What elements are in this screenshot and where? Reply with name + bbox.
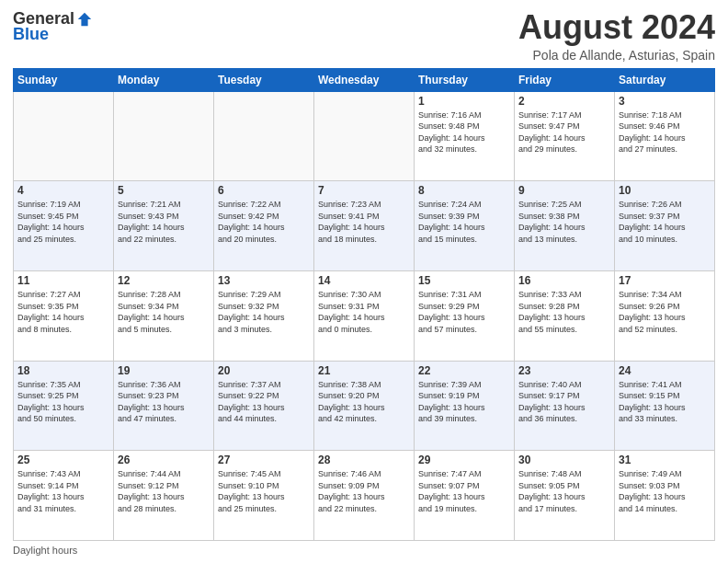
calendar-day-cell: 26Sunrise: 7:44 AM Sunset: 9:12 PM Dayli… xyxy=(114,451,214,541)
day-number: 28 xyxy=(318,454,410,466)
day-info: Sunrise: 7:29 AM Sunset: 9:32 PM Dayligh… xyxy=(218,289,310,335)
day-number: 3 xyxy=(619,95,711,108)
day-of-week-header: Wednesday xyxy=(314,68,415,91)
day-number: 31 xyxy=(619,454,711,466)
day-info: Sunrise: 7:25 AM Sunset: 9:38 PM Dayligh… xyxy=(518,199,610,245)
calendar-day-cell: 11Sunrise: 7:27 AM Sunset: 9:35 PM Dayli… xyxy=(14,270,114,361)
day-of-week-header: Thursday xyxy=(415,68,515,91)
calendar-day-cell: 31Sunrise: 7:49 AM Sunset: 9:03 PM Dayli… xyxy=(615,451,715,541)
calendar-day-cell: 3Sunrise: 7:18 AM Sunset: 9:46 PM Daylig… xyxy=(615,91,715,181)
day-info: Sunrise: 7:31 AM Sunset: 9:29 PM Dayligh… xyxy=(418,289,510,335)
day-info: Sunrise: 7:40 AM Sunset: 9:17 PM Dayligh… xyxy=(518,379,610,425)
calendar-day-cell: 25Sunrise: 7:43 AM Sunset: 9:14 PM Dayli… xyxy=(14,451,114,541)
day-info: Sunrise: 7:45 AM Sunset: 9:10 PM Dayligh… xyxy=(218,468,310,514)
day-info: Sunrise: 7:24 AM Sunset: 9:39 PM Dayligh… xyxy=(418,199,510,245)
calendar-day-cell: 24Sunrise: 7:41 AM Sunset: 9:15 PM Dayli… xyxy=(615,361,715,451)
calendar-day-cell: 2Sunrise: 7:17 AM Sunset: 9:47 PM Daylig… xyxy=(515,91,615,181)
day-info: Sunrise: 7:49 AM Sunset: 9:03 PM Dayligh… xyxy=(619,468,711,514)
logo-blue: Blue xyxy=(13,25,49,44)
day-info: Sunrise: 7:43 AM Sunset: 9:14 PM Dayligh… xyxy=(17,468,109,514)
day-number: 16 xyxy=(518,274,610,287)
header: General Blue August 2024 Pola de Allande… xyxy=(13,9,715,63)
calendar: SundayMondayTuesdayWednesdayThursdayFrid… xyxy=(13,68,715,541)
day-number: 8 xyxy=(418,184,510,197)
calendar-day-cell: 12Sunrise: 7:28 AM Sunset: 9:34 PM Dayli… xyxy=(114,270,214,361)
day-number: 4 xyxy=(17,184,109,197)
page: General Blue August 2024 Pola de Allande… xyxy=(0,0,728,563)
day-number: 12 xyxy=(118,274,210,287)
calendar-day-cell xyxy=(314,91,415,181)
day-number: 6 xyxy=(218,184,310,197)
calendar-day-cell: 28Sunrise: 7:46 AM Sunset: 9:09 PM Dayli… xyxy=(314,451,415,541)
day-number: 18 xyxy=(17,364,109,377)
calendar-day-cell: 4Sunrise: 7:19 AM Sunset: 9:45 PM Daylig… xyxy=(14,181,114,271)
footer: Daylight hours xyxy=(13,541,715,556)
day-info: Sunrise: 7:38 AM Sunset: 9:20 PM Dayligh… xyxy=(318,379,410,425)
calendar-day-cell: 13Sunrise: 7:29 AM Sunset: 9:32 PM Dayli… xyxy=(214,270,314,361)
day-number: 21 xyxy=(318,364,410,377)
day-info: Sunrise: 7:23 AM Sunset: 9:41 PM Dayligh… xyxy=(318,199,410,245)
calendar-day-cell: 21Sunrise: 7:38 AM Sunset: 9:20 PM Dayli… xyxy=(314,361,415,451)
calendar-header-row: SundayMondayTuesdayWednesdayThursdayFrid… xyxy=(14,68,715,91)
calendar-day-cell: 5Sunrise: 7:21 AM Sunset: 9:43 PM Daylig… xyxy=(114,181,214,271)
day-number: 9 xyxy=(518,184,610,197)
day-info: Sunrise: 7:19 AM Sunset: 9:45 PM Dayligh… xyxy=(17,199,109,245)
calendar-day-cell xyxy=(214,91,314,181)
day-info: Sunrise: 7:21 AM Sunset: 9:43 PM Dayligh… xyxy=(118,199,210,245)
day-number: 30 xyxy=(518,454,610,466)
day-of-week-header: Tuesday xyxy=(214,68,314,91)
svg-marker-0 xyxy=(78,12,91,25)
day-of-week-header: Friday xyxy=(515,68,615,91)
day-info: Sunrise: 7:16 AM Sunset: 9:48 PM Dayligh… xyxy=(418,109,510,155)
calendar-day-cell: 7Sunrise: 7:23 AM Sunset: 9:41 PM Daylig… xyxy=(314,181,415,271)
month-year-title: August 2024 xyxy=(518,9,715,46)
day-info: Sunrise: 7:41 AM Sunset: 9:15 PM Dayligh… xyxy=(619,379,711,425)
day-info: Sunrise: 7:47 AM Sunset: 9:07 PM Dayligh… xyxy=(418,468,510,514)
logo: General Blue xyxy=(13,9,93,44)
daylight-label: Daylight hours xyxy=(13,545,77,556)
calendar-day-cell: 17Sunrise: 7:34 AM Sunset: 9:26 PM Dayli… xyxy=(615,270,715,361)
calendar-day-cell: 19Sunrise: 7:36 AM Sunset: 9:23 PM Dayli… xyxy=(114,361,214,451)
calendar-day-cell: 22Sunrise: 7:39 AM Sunset: 9:19 PM Dayli… xyxy=(415,361,515,451)
calendar-day-cell: 18Sunrise: 7:35 AM Sunset: 9:25 PM Dayli… xyxy=(14,361,114,451)
day-number: 14 xyxy=(318,274,410,287)
calendar-day-cell: 10Sunrise: 7:26 AM Sunset: 9:37 PM Dayli… xyxy=(615,181,715,271)
calendar-week-row: 11Sunrise: 7:27 AM Sunset: 9:35 PM Dayli… xyxy=(14,270,715,361)
calendar-day-cell: 15Sunrise: 7:31 AM Sunset: 9:29 PM Dayli… xyxy=(415,270,515,361)
day-info: Sunrise: 7:18 AM Sunset: 9:46 PM Dayligh… xyxy=(619,109,711,155)
day-info: Sunrise: 7:34 AM Sunset: 9:26 PM Dayligh… xyxy=(619,289,711,335)
logo-icon xyxy=(76,11,93,28)
calendar-day-cell: 9Sunrise: 7:25 AM Sunset: 9:38 PM Daylig… xyxy=(515,181,615,271)
day-of-week-header: Monday xyxy=(114,68,214,91)
title-section: August 2024 Pola de Allande, Asturias, S… xyxy=(518,9,715,63)
calendar-day-cell: 20Sunrise: 7:37 AM Sunset: 9:22 PM Dayli… xyxy=(214,361,314,451)
day-number: 29 xyxy=(418,454,510,466)
day-number: 5 xyxy=(118,184,210,197)
location-subtitle: Pola de Allande, Asturias, Spain xyxy=(518,48,715,63)
day-number: 27 xyxy=(218,454,310,466)
day-info: Sunrise: 7:48 AM Sunset: 9:05 PM Dayligh… xyxy=(518,468,610,514)
calendar-day-cell: 14Sunrise: 7:30 AM Sunset: 9:31 PM Dayli… xyxy=(314,270,415,361)
day-info: Sunrise: 7:22 AM Sunset: 9:42 PM Dayligh… xyxy=(218,199,310,245)
day-info: Sunrise: 7:30 AM Sunset: 9:31 PM Dayligh… xyxy=(318,289,410,335)
day-info: Sunrise: 7:44 AM Sunset: 9:12 PM Dayligh… xyxy=(118,468,210,514)
calendar-day-cell: 16Sunrise: 7:33 AM Sunset: 9:28 PM Dayli… xyxy=(515,270,615,361)
day-info: Sunrise: 7:36 AM Sunset: 9:23 PM Dayligh… xyxy=(118,379,210,425)
day-number: 13 xyxy=(218,274,310,287)
day-number: 23 xyxy=(518,364,610,377)
day-number: 24 xyxy=(619,364,711,377)
day-number: 7 xyxy=(318,184,410,197)
day-number: 15 xyxy=(418,274,510,287)
calendar-week-row: 18Sunrise: 7:35 AM Sunset: 9:25 PM Dayli… xyxy=(14,361,715,451)
day-number: 17 xyxy=(619,274,711,287)
calendar-day-cell: 27Sunrise: 7:45 AM Sunset: 9:10 PM Dayli… xyxy=(214,451,314,541)
day-info: Sunrise: 7:17 AM Sunset: 9:47 PM Dayligh… xyxy=(518,109,610,155)
calendar-day-cell: 1Sunrise: 7:16 AM Sunset: 9:48 PM Daylig… xyxy=(415,91,515,181)
day-info: Sunrise: 7:46 AM Sunset: 9:09 PM Dayligh… xyxy=(318,468,410,514)
calendar-week-row: 1Sunrise: 7:16 AM Sunset: 9:48 PM Daylig… xyxy=(14,91,715,181)
calendar-day-cell: 30Sunrise: 7:48 AM Sunset: 9:05 PM Dayli… xyxy=(515,451,615,541)
day-number: 19 xyxy=(118,364,210,377)
day-info: Sunrise: 7:27 AM Sunset: 9:35 PM Dayligh… xyxy=(17,289,109,335)
day-info: Sunrise: 7:35 AM Sunset: 9:25 PM Dayligh… xyxy=(17,379,109,425)
day-info: Sunrise: 7:33 AM Sunset: 9:28 PM Dayligh… xyxy=(518,289,610,335)
